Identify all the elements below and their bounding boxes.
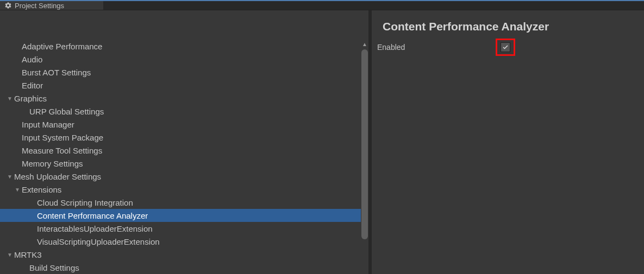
enabled-checkbox[interactable] xyxy=(501,42,510,52)
tree-item-burst-aot-settings[interactable]: Burst AOT Settings xyxy=(0,66,361,79)
detail-panel: Content Performance Analyzer Enabled xyxy=(372,10,644,61)
tree-item-cloud-scripting-integration[interactable]: Cloud Scripting Integration xyxy=(0,196,361,209)
tree-item-label: MRTK3 xyxy=(14,250,42,259)
scroll-thumb[interactable] xyxy=(361,49,368,239)
gear-icon xyxy=(4,2,12,9)
highlight-box xyxy=(496,39,515,56)
tree-item-content-performance-analyzer[interactable]: Content Performance Analyzer xyxy=(0,209,361,222)
expand-arrow-icon[interactable]: ▼ xyxy=(7,252,13,258)
tree-item-input-system-package[interactable]: Input System Package xyxy=(0,131,361,144)
tree-item-editor[interactable]: Editor xyxy=(0,79,361,92)
tree-item-label: Build Settings xyxy=(29,263,79,272)
tree-item-input-manager[interactable]: Input Manager xyxy=(0,118,361,131)
expand-arrow-icon[interactable]: ▼ xyxy=(14,187,21,193)
tree-item-label: Burst AOT Settings xyxy=(22,68,91,77)
scroll-up-icon[interactable]: ▲ xyxy=(361,40,368,48)
tree-item-label: Memory Settings xyxy=(22,159,83,168)
tree-item-measure-tool-settings[interactable]: Measure Tool Settings xyxy=(0,144,361,157)
tree-item-graphics[interactable]: ▼Graphics xyxy=(0,92,361,105)
expand-arrow-icon[interactable]: ▼ xyxy=(7,95,13,101)
tree-item-label: Graphics xyxy=(14,94,47,103)
tree-item-visualscriptinguploaderextension[interactable]: VisualScriptingUploaderExtension xyxy=(0,235,361,248)
tree-item-build-settings[interactable]: Build Settings xyxy=(0,261,361,274)
tree-item-label: Editor xyxy=(22,81,43,90)
tree-item-mesh-uploader-settings[interactable]: ▼Mesh Uploader Settings xyxy=(0,170,361,183)
tree-item-label: Mesh Uploader Settings xyxy=(14,172,101,181)
tree-item-label: Input System Package xyxy=(22,133,103,142)
enabled-label: Enabled xyxy=(377,43,496,52)
tree-item-adaptive-performance[interactable]: Adaptive Performance xyxy=(0,40,361,53)
tree-item-audio[interactable]: Audio xyxy=(0,53,361,66)
tree-item-label: InteractablesUploaderExtension xyxy=(37,224,153,233)
tree-item-label: Extensions xyxy=(22,185,61,194)
tab-bar: Project Settings xyxy=(0,0,644,10)
tree-item-interactablesuploaderextension[interactable]: InteractablesUploaderExtension xyxy=(0,222,361,235)
tree-item-label: Adaptive Performance xyxy=(22,42,102,51)
tree-item-label: Audio xyxy=(22,55,42,64)
expand-arrow-icon[interactable]: ▼ xyxy=(7,174,13,180)
settings-tree[interactable]: Adaptive PerformanceAudioBurst AOT Setti… xyxy=(0,40,361,274)
detail-title: Content Performance Analyzer xyxy=(383,20,636,33)
tree-item-memory-settings[interactable]: Memory Settings xyxy=(0,157,361,170)
enabled-row: Enabled xyxy=(377,41,636,54)
tree-item-extensions[interactable]: ▼Extensions xyxy=(0,183,361,196)
tree-item-urp-global-settings[interactable]: URP Global Settings xyxy=(0,105,361,118)
tree-item-label: URP Global Settings xyxy=(29,107,104,116)
tree-item-label: Input Manager xyxy=(22,120,74,129)
tree-item-label: Content Performance Analyzer xyxy=(37,211,148,220)
tree-item-label: Measure Tool Settings xyxy=(22,146,102,155)
tree-item-label: VisualScriptingUploaderExtension xyxy=(37,237,160,246)
tab-project-settings[interactable]: Project Settings xyxy=(0,1,103,10)
tree-item-label: Cloud Scripting Integration xyxy=(37,198,133,207)
scrollbar[interactable]: ▲ xyxy=(361,40,368,274)
tree-item-mrtk3[interactable]: ▼MRTK3 xyxy=(0,248,361,261)
tab-label: Project Settings xyxy=(15,2,64,10)
